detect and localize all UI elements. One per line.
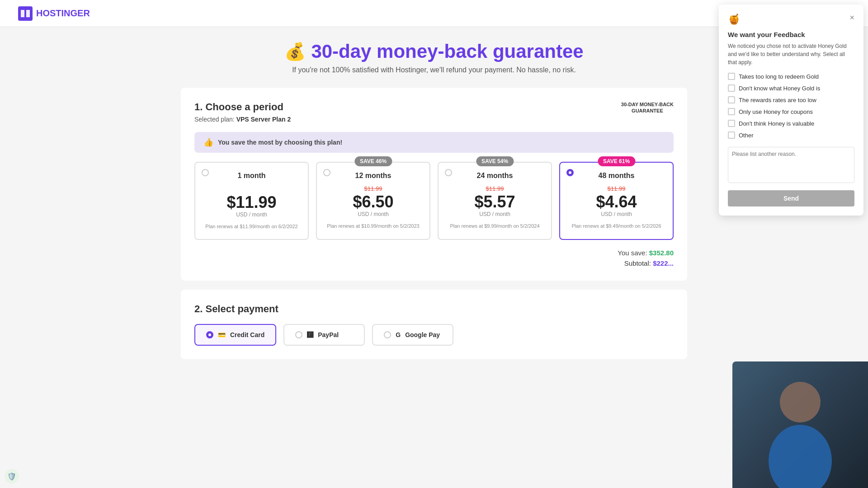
feedback-description: We noticed you chose not to activate Hon… bbox=[728, 42, 854, 66]
plan-1-month-duration: 1 month bbox=[203, 172, 301, 180]
plan-24-months-unit: USD / month bbox=[446, 211, 544, 217]
payment-options: 💳 Credit Card 🅿 PayPal G Google Pay bbox=[194, 324, 674, 346]
payment-credit-card[interactable]: 💳 Credit Card bbox=[194, 324, 276, 346]
pricing-grid: 1 month $11.99 USD / month Plan renews a… bbox=[194, 162, 674, 240]
paypal-icon: 🅿 bbox=[307, 331, 313, 338]
main-content: 💰 30-day money-back guarantee If you're … bbox=[163, 27, 705, 373]
plan-48-months-price: $4.64 bbox=[567, 194, 665, 210]
section-header: 1. Choose a period Selected plan: VPS Se… bbox=[194, 101, 674, 123]
you-save-label: You save: bbox=[618, 249, 647, 257]
feedback-checkbox-4[interactable] bbox=[728, 108, 735, 115]
money-back-title: 💰 30-day money-back guarantee bbox=[181, 41, 687, 62]
money-back-title-text: 30-day money-back guarantee bbox=[311, 41, 583, 62]
plan-24-months-badge: SAVE 54% bbox=[476, 156, 514, 166]
feedback-option-5-label: Don't think Honey is valuable bbox=[739, 120, 814, 127]
selected-plan-info: Selected plan: VPS Server Plan 2 bbox=[194, 116, 291, 123]
credit-card-icon: 💳 bbox=[218, 331, 226, 338]
plan-48-months[interactable]: SAVE 61% 48 months $11.99 $4.64 USD / mo… bbox=[559, 162, 674, 240]
money-back-subtitle: If you're not 100% satisfied with Hostin… bbox=[181, 66, 687, 74]
feedback-checkbox-6[interactable] bbox=[728, 131, 735, 139]
plan-24-months-radio[interactable] bbox=[445, 169, 452, 176]
feedback-checkbox-3[interactable] bbox=[728, 96, 735, 103]
feedback-option-4: Only use Honey for coupons bbox=[728, 108, 854, 115]
feedback-option-2: Don't know what Honey Gold is bbox=[728, 84, 854, 92]
payment-credit-card-radio[interactable] bbox=[206, 331, 213, 338]
webcam-person bbox=[732, 361, 868, 373]
feedback-option-1: Takes too long to redeem Gold bbox=[728, 73, 854, 80]
money-back-banner: 💰 30-day money-back guarantee If you're … bbox=[181, 41, 687, 74]
best-value-banner: 👍 You save the most by choosing this pla… bbox=[194, 132, 674, 153]
plan-12-months-radio[interactable] bbox=[323, 169, 330, 176]
plan-1-month-price: $11.99 bbox=[203, 194, 301, 211]
plan-48-months-unit: USD / month bbox=[567, 211, 665, 217]
plan-12-months-renew: Plan renews at $10.99/month on 5/2/2023 bbox=[324, 223, 422, 230]
feedback-checkbox-5[interactable] bbox=[728, 120, 735, 127]
logo-text: HOSTINGER bbox=[36, 8, 90, 19]
plan-12-months-duration: 12 months bbox=[324, 172, 422, 180]
feedback-send-button[interactable]: Send bbox=[728, 190, 854, 206]
section-title: 1. Choose a period bbox=[194, 101, 291, 113]
plan-48-months-radio[interactable] bbox=[566, 169, 574, 176]
plan-1-month-radio[interactable] bbox=[202, 169, 209, 176]
payment-googlepay[interactable]: G Google Pay bbox=[372, 324, 453, 346]
plan-12-months-original: $11.99 bbox=[324, 185, 422, 192]
guarantee-badge-line2: GUARANTEE bbox=[621, 108, 674, 114]
plan-48-months-duration: 48 months bbox=[567, 172, 665, 180]
payment-title: 2. Select payment bbox=[194, 303, 674, 315]
payment-section: 2. Select payment 💳 Credit Card 🅿 PayPal… bbox=[181, 290, 687, 359]
savings-row: You save: $352.80 bbox=[194, 249, 674, 257]
money-icon: 💰 bbox=[284, 42, 306, 61]
subtotal-row: Subtotal: $222... bbox=[194, 259, 674, 267]
plan-1-month[interactable]: 1 month $11.99 USD / month Plan renews a… bbox=[194, 162, 309, 240]
thumbs-up-icon: 👍 bbox=[203, 137, 213, 147]
plan-48-months-original: $11.99 bbox=[567, 185, 665, 192]
feedback-option-1-label: Takes too long to redeem Gold bbox=[739, 73, 819, 80]
plan-48-months-renew: Plan renews at $9.49/month on 5/2/2026 bbox=[567, 223, 665, 230]
payment-googlepay-radio[interactable] bbox=[384, 331, 391, 338]
plan-24-months-renew: Plan renews at $9.99/month on 5/2/2024 bbox=[446, 223, 544, 230]
plan-48-months-badge: SAVE 61% bbox=[598, 156, 635, 166]
logo: HOSTINGER bbox=[18, 6, 90, 21]
section-header-left: 1. Choose a period Selected plan: VPS Se… bbox=[194, 101, 291, 123]
feedback-option-6-label: Other bbox=[739, 132, 754, 139]
plan-12-months-badge: SAVE 46% bbox=[354, 156, 392, 166]
plan-12-months[interactable]: SAVE 46% 12 months $11.99 $6.50 USD / mo… bbox=[316, 162, 430, 240]
best-value-text: You save the most by choosing this plan! bbox=[218, 139, 342, 146]
plan-1-month-unit: USD / month bbox=[203, 211, 301, 218]
payment-paypal[interactable]: 🅿 PayPal bbox=[283, 324, 365, 346]
feedback-option-2-label: Don't know what Honey Gold is bbox=[739, 85, 820, 92]
feedback-option-4-label: Only use Honey for coupons bbox=[739, 108, 813, 115]
subtotal-label: Subtotal: bbox=[624, 259, 651, 267]
subtotal-amount: $222... bbox=[653, 259, 674, 267]
plan-24-months-original: $11.99 bbox=[446, 185, 544, 192]
feedback-option-3-label: The rewards rates are too low bbox=[739, 97, 816, 103]
feedback-option-6: Other bbox=[728, 131, 854, 139]
feedback-header: 🍯 × bbox=[728, 14, 854, 25]
logo-icon bbox=[18, 6, 33, 21]
feedback-checkbox-2[interactable] bbox=[728, 84, 735, 92]
payment-paypal-radio[interactable] bbox=[295, 331, 302, 338]
plan-24-months-duration: 24 months bbox=[446, 172, 544, 180]
selected-plan-value: VPS Server Plan 2 bbox=[236, 116, 291, 123]
honey-icon: 🍯 bbox=[728, 14, 740, 25]
credit-card-label: Credit Card bbox=[230, 331, 264, 338]
feedback-panel: 🍯 × We want your Feedback We noticed you… bbox=[719, 5, 863, 216]
feedback-close-button[interactable]: × bbox=[849, 14, 854, 22]
guarantee-badge: 30-DAY MONEY-BACK GUARANTEE bbox=[621, 101, 674, 114]
plan-12-months-price: $6.50 bbox=[324, 194, 422, 210]
feedback-option-5: Don't think Honey is valuable bbox=[728, 120, 854, 127]
webcam-overlay bbox=[732, 361, 868, 373]
plan-24-months[interactable]: SAVE 54% 24 months $11.99 $5.57 USD / mo… bbox=[438, 162, 552, 240]
feedback-textarea[interactable] bbox=[728, 147, 854, 183]
plan-24-months-price: $5.57 bbox=[446, 194, 544, 210]
feedback-checkbox-1[interactable] bbox=[728, 73, 735, 80]
you-save-amount: $352.80 bbox=[649, 249, 674, 257]
paypal-label: PayPal bbox=[318, 331, 339, 338]
svg-rect-0 bbox=[18, 6, 33, 21]
guarantee-badge-line1: 30-DAY MONEY-BACK bbox=[621, 101, 674, 108]
selected-plan-label: Selected plan: bbox=[194, 116, 235, 123]
feedback-title: We want your Feedback bbox=[728, 31, 854, 38]
person-silhouette bbox=[755, 371, 845, 373]
order-section: 1. Choose a period Selected plan: VPS Se… bbox=[181, 88, 687, 281]
feedback-option-3: The rewards rates are too low bbox=[728, 96, 854, 103]
